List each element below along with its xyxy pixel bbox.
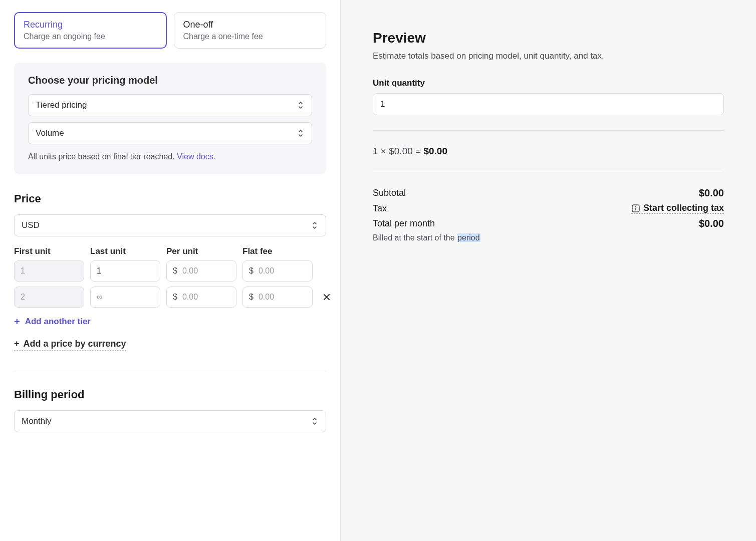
currency-select[interactable]: USD <box>14 214 326 236</box>
last-unit-input[interactable]: ∞ <box>90 287 160 308</box>
total-value: $0.00 <box>699 218 724 229</box>
start-collecting-tax-link[interactable]: Start collecting tax <box>631 203 724 214</box>
billing-period-value: Monthly <box>22 416 52 426</box>
preview-subtitle: Estimate totals based on pricing model, … <box>373 51 724 61</box>
subtotal-value: $0.00 <box>699 187 724 199</box>
flat-fee-input[interactable]: $ 0.00 <box>242 287 313 308</box>
total-label: Total per month <box>373 218 435 229</box>
tab-recurring-sub: Charge an ongoing fee <box>24 32 157 41</box>
first-unit-input: 1 <box>14 260 84 282</box>
tier-row: 1 1 $ 0.00 $ 0.00 <box>14 260 326 282</box>
calculation-line: 1 × $0.00 = $0.00 <box>373 146 724 157</box>
add-tier-button[interactable]: + Add another tier <box>14 317 326 327</box>
svg-point-1 <box>635 206 636 207</box>
plus-icon: + <box>14 339 20 349</box>
unit-quantity-input[interactable]: 1 <box>373 93 724 115</box>
last-unit-input[interactable]: 1 <box>90 260 160 282</box>
billing-period-heading: Billing period <box>14 388 326 401</box>
tab-recurring[interactable]: Recurring Charge an ongoing fee <box>14 12 167 49</box>
tax-label: Tax <box>373 203 387 214</box>
view-docs-link[interactable]: View docs. <box>177 152 215 161</box>
tab-oneoff[interactable]: One-off Charge a one-time fee <box>174 12 327 49</box>
billing-period-select[interactable]: Monthly <box>14 410 326 432</box>
plus-icon: + <box>14 317 20 327</box>
chevron-updown-icon <box>298 129 305 138</box>
unit-quantity-label: Unit quantity <box>373 78 724 88</box>
add-currency-button[interactable]: + Add a price by currency <box>14 339 126 351</box>
per-unit-input[interactable]: $ 0.00 <box>166 287 236 308</box>
billed-note: Billed at the start of the period <box>373 233 724 242</box>
price-heading: Price <box>14 192 326 205</box>
chevron-updown-icon <box>312 417 319 426</box>
pricing-model-value: Tiered pricing <box>36 100 87 110</box>
close-icon <box>322 293 331 302</box>
remove-tier-button[interactable] <box>319 293 335 302</box>
col-last-unit: Last unit <box>90 246 160 256</box>
divider <box>14 371 326 371</box>
pricing-model-box: Choose your pricing model Tiered pricing… <box>14 63 326 174</box>
pricing-model-hint: All units price based on final tier reac… <box>28 152 312 161</box>
col-flat-fee: Flat fee <box>242 246 313 256</box>
chevron-updown-icon <box>312 221 319 230</box>
per-unit-input[interactable]: $ 0.00 <box>166 260 236 282</box>
flat-fee-input[interactable]: $ 0.00 <box>242 260 313 282</box>
pricing-model-heading: Choose your pricing model <box>28 75 312 86</box>
first-unit-input: 2 <box>14 287 84 308</box>
preview-title: Preview <box>373 30 724 46</box>
divider <box>373 130 724 131</box>
info-icon <box>631 204 640 213</box>
col-per-unit: Per unit <box>166 246 236 256</box>
chevron-updown-icon <box>298 101 305 110</box>
tab-recurring-title: Recurring <box>24 20 157 30</box>
svg-rect-2 <box>635 207 636 210</box>
tab-oneoff-sub: Charge a one-time fee <box>183 32 317 41</box>
tier-row: 2 ∞ $ 0.00 $ 0.00 <box>14 287 326 308</box>
tab-oneoff-title: One-off <box>183 20 317 30</box>
pricing-model-select[interactable]: Tiered pricing <box>28 94 312 116</box>
divider <box>373 172 724 172</box>
col-first-unit: First unit <box>14 246 84 256</box>
currency-value: USD <box>22 220 40 230</box>
volume-select[interactable]: Volume <box>28 122 312 144</box>
volume-value: Volume <box>36 128 64 138</box>
subtotal-label: Subtotal <box>373 188 406 198</box>
